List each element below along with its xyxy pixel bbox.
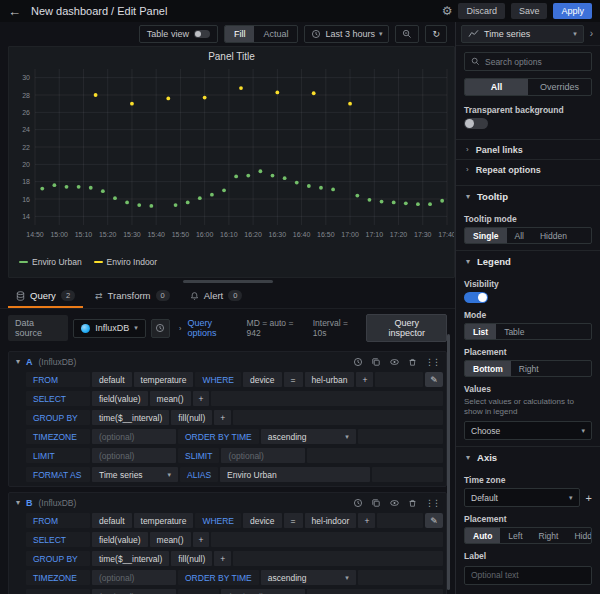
groupby-fill[interactable]: fill(null) — [171, 551, 212, 566]
alias-input[interactable] — [220, 467, 370, 482]
axis-placement-auto[interactable]: Auto — [465, 528, 500, 543]
duplicate-query-icon[interactable] — [371, 498, 381, 508]
tooltip-mode-all[interactable]: All — [507, 228, 532, 243]
legend-section-header[interactable]: ▾ Legend — [456, 250, 600, 272]
add-select-icon[interactable]: + — [193, 391, 210, 406]
collapse-icon[interactable]: ▾ — [16, 357, 20, 366]
legend-placement-bottom[interactable]: Bottom — [465, 361, 511, 376]
legend-mode-table[interactable]: Table — [496, 324, 532, 339]
tab-query[interactable]: Query 2 — [8, 286, 83, 308]
refresh-button[interactable]: ↻ — [425, 25, 447, 43]
legend-placement-right[interactable]: Right — [511, 361, 547, 376]
visualization-picker[interactable]: Time series ▾ — [461, 25, 584, 43]
groupby-fill[interactable]: fill(null) — [171, 410, 212, 425]
collapse-icon[interactable]: ▾ — [16, 498, 20, 507]
transparent-bg-toggle[interactable] — [464, 118, 488, 129]
add-groupby-icon[interactable]: + — [214, 551, 231, 566]
drag-handle-icon[interactable]: ⋮⋮ — [425, 498, 439, 508]
panel-resize-handle[interactable] — [183, 280, 273, 283]
tab-transform[interactable]: ⇄ Transform 0 — [87, 286, 178, 308]
tab-overrides[interactable]: Overrides — [528, 79, 591, 95]
where-value[interactable]: hel-indoor — [305, 513, 357, 528]
limit-input[interactable] — [92, 448, 176, 463]
query-header[interactable]: ▾ A (InfluxDB) ⋮⋮ — [12, 354, 443, 369]
time-range-picker[interactable]: Last 3 hours ▾ — [304, 25, 389, 43]
datasource-help-button[interactable] — [151, 319, 170, 338]
legend-visibility-toggle[interactable] — [464, 292, 488, 303]
select-function[interactable]: mean() — [150, 391, 191, 406]
query-options-toggle[interactable]: › Query options MD = auto = 942 Interval… — [179, 318, 361, 338]
where-operator[interactable]: = — [284, 513, 303, 528]
add-condition-icon[interactable]: + — [358, 513, 375, 528]
orderby-select[interactable]: ascending ▾ — [261, 570, 356, 585]
timezone-input[interactable] — [92, 570, 176, 585]
limit-input[interactable] — [92, 589, 176, 594]
slimit-input[interactable] — [221, 448, 305, 463]
fill-button[interactable]: Fill — [225, 26, 255, 42]
query-header[interactable]: ▾ B (InfluxDB) ⋮⋮ — [12, 495, 443, 510]
where-key[interactable]: device — [243, 372, 282, 387]
legend-item[interactable]: Enviro Urban — [19, 257, 82, 267]
timezone-input[interactable] — [92, 429, 176, 444]
orderby-select[interactable]: ascending ▾ — [261, 429, 356, 444]
from-keyword[interactable]: FROM — [26, 372, 90, 387]
options-search-input[interactable] — [485, 57, 585, 67]
add-condition-icon[interactable]: + — [356, 372, 373, 387]
disable-query-icon[interactable] — [389, 357, 400, 367]
add-timezone-icon[interactable]: + — [586, 492, 592, 504]
query-history-icon[interactable] — [353, 498, 363, 508]
retention-policy[interactable]: default — [92, 513, 132, 528]
drag-handle-icon[interactable]: ⋮⋮ — [425, 357, 439, 367]
zoom-out-button[interactable] — [395, 25, 419, 43]
add-groupby-icon[interactable]: + — [214, 410, 231, 425]
legend-mode-list[interactable]: List — [465, 324, 496, 339]
actual-button[interactable]: Actual — [254, 26, 297, 42]
where-operator[interactable]: = — [284, 372, 303, 387]
legend-item[interactable]: Enviro Indoor — [94, 257, 158, 267]
edit-query-pencil-icon[interactable]: ✎ — [425, 513, 443, 528]
select-keyword[interactable]: SELECT — [26, 391, 90, 406]
datasource-picker[interactable]: InfluxDB ▾ — [73, 319, 146, 338]
where-key[interactable]: device — [243, 513, 282, 528]
duplicate-query-icon[interactable] — [371, 357, 381, 367]
select-function[interactable]: mean() — [150, 532, 191, 547]
axis-section-header[interactable]: ▾ Axis — [456, 446, 600, 468]
apply-button[interactable]: Apply — [553, 3, 592, 19]
select-field[interactable]: field(value) — [92, 532, 148, 547]
tooltip-section-header[interactable]: ▾ Tooltip — [456, 185, 600, 207]
chart[interactable]: 14161820222426283014:5015:0015:1015:2015… — [9, 63, 454, 251]
groupby-keyword[interactable]: GROUP BY — [26, 410, 90, 425]
tooltip-mode-single[interactable]: Single — [465, 228, 507, 243]
tooltip-mode-hidden[interactable]: Hidden — [532, 228, 575, 243]
where-keyword[interactable]: WHERE — [195, 372, 241, 387]
back-arrow-icon[interactable]: ← — [8, 4, 21, 19]
delete-query-icon[interactable] — [408, 357, 417, 367]
query-scrollbar[interactable] — [447, 334, 450, 590]
delete-query-icon[interactable] — [408, 498, 417, 508]
tab-all[interactable]: All — [465, 79, 528, 95]
format-select[interactable]: Time series ▾ — [92, 467, 178, 482]
axis-placement-right[interactable]: Right — [531, 528, 567, 543]
save-button[interactable]: Save — [511, 3, 548, 19]
options-search[interactable] — [464, 52, 592, 71]
discard-button[interactable]: Discard — [458, 3, 505, 19]
axis-label-input[interactable] — [464, 566, 592, 585]
axis-placement-hidden[interactable]: Hidden — [566, 528, 592, 543]
from-keyword[interactable]: FROM — [26, 513, 90, 528]
slimit-input[interactable] — [221, 589, 305, 594]
edit-query-pencil-icon[interactable]: ✎ — [425, 372, 443, 387]
groupby-keyword[interactable]: GROUP BY — [26, 551, 90, 566]
tab-alert[interactable]: Alert 0 — [182, 286, 251, 308]
measurement[interactable]: temperature — [134, 372, 194, 387]
measurement[interactable]: temperature — [134, 513, 194, 528]
collapse-sidebar-icon[interactable]: › — [588, 28, 595, 39]
query-history-icon[interactable] — [353, 357, 363, 367]
table-view-toggle[interactable] — [194, 30, 210, 38]
repeat-options-section[interactable]: › Repeat options — [456, 159, 600, 179]
select-field[interactable]: field(value) — [92, 391, 148, 406]
disable-query-icon[interactable] — [389, 498, 400, 508]
select-keyword[interactable]: SELECT — [26, 532, 90, 547]
where-value[interactable]: hel-urban — [305, 372, 355, 387]
query-inspector-button[interactable]: Query inspector — [366, 314, 447, 342]
panel-links-section[interactable]: › Panel links — [456, 139, 600, 159]
